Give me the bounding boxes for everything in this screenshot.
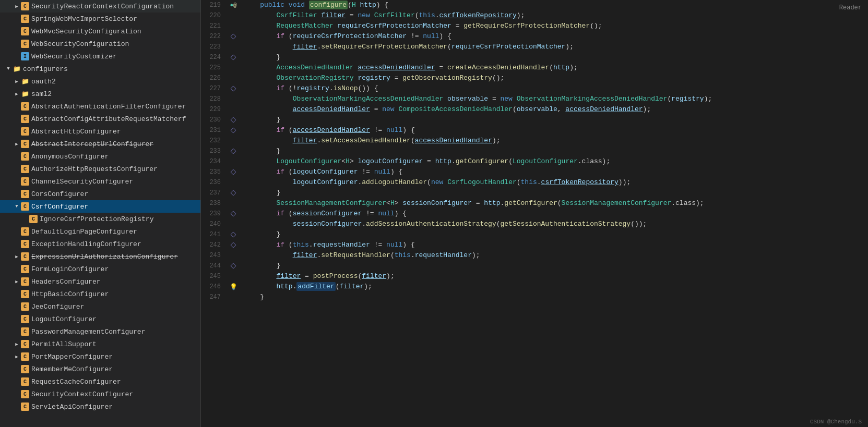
line-content[interactable]: }: [240, 188, 868, 198]
line-content[interactable]: logoutConfigurer.addLogoutHandler(new Cs…: [240, 177, 868, 188]
sidebar-item-label: ServletApiConfigurer: [31, 403, 113, 411]
line-content[interactable]: }: [240, 146, 868, 156]
sidebar-item-AnonymousConfigurer[interactable]: CAnonymousConfigurer: [0, 150, 200, 163]
sidebar-item-SecurityReactorContextConfiguration[interactable]: ▶CSecurityReactorContextConfiguration: [0, 0, 200, 13]
line-content[interactable]: filter.setRequestHandler(this.requestHan…: [240, 250, 868, 261]
sidebar-item-saml2[interactable]: ▶📁saml2: [0, 88, 200, 100]
line-content[interactable]: }: [240, 52, 868, 63]
sidebar-item-SecurityContextConfigurer[interactable]: CSecurityContextConfigurer: [0, 388, 200, 400]
item-icon: C: [21, 190, 29, 198]
line-content[interactable]: ObservationMarkingAccessDeniedHandler ob…: [240, 94, 868, 104]
item-icon: C: [21, 240, 29, 248]
line-number: 231: [201, 125, 227, 136]
sidebar-item-label: saml2: [31, 90, 52, 98]
sidebar-item-DefaultLoginPageConfigurer[interactable]: CDefaultLoginPageConfigurer: [0, 225, 200, 238]
sidebar-item-label: RequestCacheConfigurer: [31, 378, 121, 386]
sidebar-item-AbstractAuthenticationFilterConfigurer[interactable]: CAbstractAuthenticationFilterConfigurer: [0, 100, 200, 113]
item-icon: C: [21, 140, 29, 148]
line-content[interactable]: }: [240, 229, 868, 240]
code-line-224: 224 }: [201, 52, 868, 63]
line-content[interactable]: filter.setRequireCsrfProtectionMatcher(r…: [240, 42, 868, 52]
code-line-228: 228 ObservationMarkingAccessDeniedHandle…: [201, 94, 868, 104]
sidebar-item-WebSecurityConfiguration[interactable]: CWebSecurityConfiguration: [0, 38, 200, 50]
item-icon: C: [21, 152, 29, 161]
item-icon: C: [29, 215, 38, 223]
sidebar-item-WebMvcSecurityConfiguration[interactable]: CWebMvcSecurityConfiguration: [0, 25, 200, 38]
arrow-icon: ▶: [13, 279, 21, 285]
line-content[interactable]: filter.setAccessDeniedHandler(accessDeni…: [240, 136, 868, 146]
code-line-237: 237 }: [201, 188, 868, 198]
line-content[interactable]: CsrfFilter filter = new CsrfFilter(this.…: [240, 10, 868, 21]
sidebar-item-ServletApiConfigurer[interactable]: CServletApiConfigurer: [0, 400, 200, 413]
code-line-246: 246💡 http.addFilter(filter);: [201, 282, 868, 292]
sidebar-item-PasswordManagementConfigurer[interactable]: CPasswordManagementConfigurer: [0, 325, 200, 338]
gutter-icon: [227, 209, 240, 219]
sidebar-item-label: CsrfConfigurer: [31, 203, 88, 211]
gutter-icon: [227, 104, 240, 115]
line-content[interactable]: RequestMatcher requireCsrfProtectionMatc…: [240, 21, 868, 31]
line-number: 243: [201, 250, 227, 261]
sidebar-item-ExceptionHandlingConfigurer[interactable]: CExceptionHandlingConfigurer: [0, 238, 200, 250]
item-icon: C: [21, 265, 29, 273]
sidebar-item-LogoutConfigurer[interactable]: CLogoutConfigurer: [0, 313, 200, 325]
line-content[interactable]: }: [240, 115, 868, 125]
sidebar-item-oauth2[interactable]: ▶📁oauth2: [0, 75, 200, 88]
sidebar-item-AuthorizeHttpRequestsConfigurer[interactable]: CAuthorizeHttpRequestsConfigurer: [0, 163, 200, 175]
line-number: 238: [201, 198, 227, 209]
sidebar-item-label: ExceptionHandlingConfigurer: [31, 240, 141, 248]
sidebar-item-CsrfConfigurer[interactable]: ▼CCsrfConfigurer: [0, 200, 200, 213]
sidebar-item-AbstractInterceptUrlConfigurer[interactable]: ▶CAbstractInterceptUrlConfigurer: [0, 138, 200, 150]
line-number: 225: [201, 63, 227, 73]
sidebar-item-FormLoginConfigurer[interactable]: CFormLoginConfigurer: [0, 263, 200, 275]
line-content[interactable]: AccessDeniedHandler accessDeniedHandler …: [240, 63, 868, 73]
arrow-icon: ▶: [13, 354, 21, 360]
line-number: 223: [201, 42, 227, 52]
sidebar-item-ChannelSecurityConfigurer[interactable]: CChannelSecurityConfigurer: [0, 175, 200, 188]
line-content[interactable]: accessDeniedHandler = new CompositeAcces…: [240, 104, 868, 115]
line-content[interactable]: if (requireCsrfProtectionMatcher != null…: [240, 31, 868, 42]
item-icon: 📁: [21, 90, 29, 98]
line-number: 220: [201, 10, 227, 21]
line-content[interactable]: if (sessionConfigurer != null) {: [240, 209, 868, 219]
code-line-225: 225 AccessDeniedHandler accessDeniedHand…: [201, 63, 868, 73]
sidebar-item-AbstractHttpConfigurer[interactable]: CAbstractHttpConfigurer: [0, 125, 200, 138]
line-content[interactable]: http.addFilter(filter);: [240, 282, 868, 292]
line-content[interactable]: }: [240, 292, 868, 302]
line-content[interactable]: public void configure(H http) {: [240, 0, 868, 10]
item-icon: C: [21, 327, 29, 336]
line-number: 224: [201, 52, 227, 63]
sidebar-item-JeeConfigurer[interactable]: CJeeConfigurer: [0, 300, 200, 313]
sidebar-item-label: oauth2: [31, 78, 56, 86]
sidebar-item-RequestCacheConfigurer[interactable]: CRequestCacheConfigurer: [0, 375, 200, 388]
line-content[interactable]: if (logoutConfigurer != null) {: [240, 167, 868, 177]
item-icon: C: [21, 402, 29, 411]
line-content[interactable]: if (!registry.isNoop()) {: [240, 83, 868, 94]
line-content[interactable]: sessionConfigurer.addSessionAuthenticati…: [240, 219, 868, 229]
sidebar-item-IgnoreCsrfProtectionRegistry[interactable]: CIgnoreCsrfProtectionRegistry: [0, 213, 200, 225]
code-line-241: 241 }: [201, 229, 868, 240]
line-content[interactable]: if (this.requestHandler != null) {: [240, 240, 868, 250]
sidebar-item-PermitAllSupport[interactable]: ▶CPermitAllSupport: [0, 338, 200, 350]
sidebar-item-ExpressionUrlAuthorizationConfigurer[interactable]: ▶CExpressionUrlAuthorizationConfigurer: [0, 250, 200, 263]
sidebar-item-label: CorsConfigurer: [31, 190, 88, 198]
sidebar-item-PortMapperConfigurer[interactable]: ▶CPortMapperConfigurer: [0, 350, 200, 363]
line-content[interactable]: ObservationRegistry registry = getObserv…: [240, 73, 868, 83]
line-content[interactable]: SessionManagementConfigurer<H> sessionCo…: [240, 198, 868, 209]
sidebar-item-RememberMeConfigurer[interactable]: CRememberMeConfigurer: [0, 363, 200, 375]
sidebar-item-HttpBasicConfigurer[interactable]: CHttpBasicConfigurer: [0, 288, 200, 300]
sidebar-item-configurers[interactable]: ▼📁configurers: [0, 63, 200, 75]
line-content[interactable]: LogoutConfigurer<H> logoutConfigurer = h…: [240, 156, 868, 167]
sidebar-item-SpringWebMvcImportSelector[interactable]: CSpringWebMvcImportSelector: [0, 13, 200, 25]
item-icon: C: [21, 340, 29, 348]
arrow-icon: ▼: [13, 204, 21, 209]
sidebar-item-CorsConfigurer[interactable]: CCorsConfigurer: [0, 188, 200, 200]
line-content[interactable]: filter = postProcess(filter);: [240, 271, 868, 282]
line-content[interactable]: }: [240, 261, 868, 271]
code-content[interactable]: 219●@ public void configure(H http) {220…: [201, 0, 868, 427]
sidebar-item-AbstractConfigAttributeRequestMatcherf[interactable]: CAbstractConfigAttributeRequestMatcherf: [0, 113, 200, 125]
code-line-232: 232 filter.setAccessDeniedHandler(access…: [201, 136, 868, 146]
sidebar-item-WebSecurityCustomizer[interactable]: IWebSecurityCustomizer: [0, 50, 200, 63]
line-content[interactable]: if (accessDeniedHandler != null) {: [240, 125, 868, 136]
code-line-245: 245 filter = postProcess(filter);: [201, 271, 868, 282]
sidebar-item-HeadersConfigurer[interactable]: ▶CHeadersConfigurer: [0, 275, 200, 288]
